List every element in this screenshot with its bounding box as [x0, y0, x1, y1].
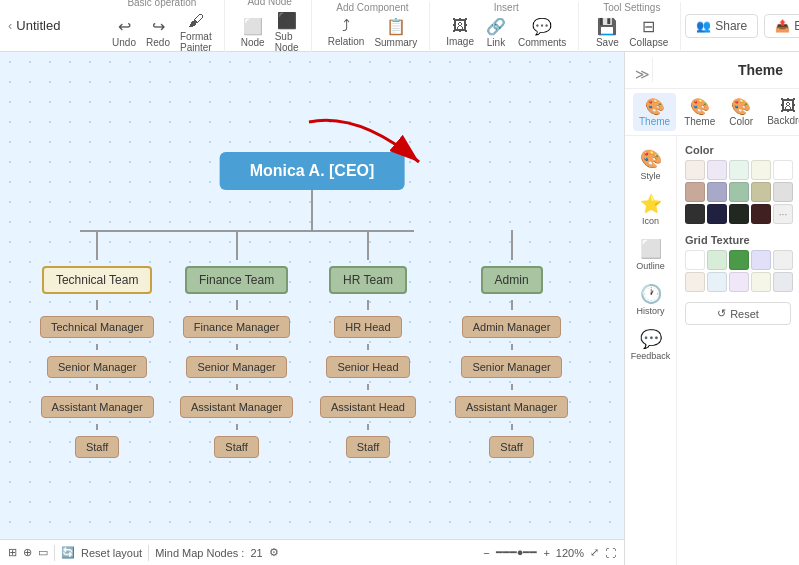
color-swatch-9[interactable] — [751, 182, 771, 202]
collapse-button[interactable]: ⊟Collapse — [625, 15, 672, 50]
grid-texture-swatches — [685, 250, 791, 292]
export-label: Export — [794, 19, 799, 33]
link-button[interactable]: 🔗Link — [480, 15, 512, 50]
node-button[interactable]: ⬜Node — [237, 15, 269, 50]
panel-title: Theme — [738, 62, 783, 78]
fullscreen-icon[interactable]: ⛶ — [605, 547, 616, 559]
admin-team-node[interactable]: Admin — [481, 266, 543, 294]
panel-expand-button[interactable]: ≫ — [633, 58, 653, 82]
reset-layout-btn[interactable]: 🔄 — [61, 546, 75, 559]
statusbar-icon-shape[interactable]: ▭ — [38, 546, 48, 559]
admin-senior-manager-node[interactable]: Senior Manager — [461, 356, 561, 378]
panel-content-area: Color ··· — [677, 136, 799, 565]
statusbar: ⊞ ⊕ ▭ 🔄 Reset layout Mind Map Nodes : 21… — [0, 539, 624, 565]
add-component-label: Add Component — [336, 2, 408, 13]
tab-backdrop[interactable]: 🖼 Backdrop — [761, 93, 799, 131]
share-icon: 👥 — [696, 19, 711, 33]
team-col-hr: HR Team HR Head Senior Head Assistant He… — [320, 230, 416, 458]
insert-label: Insert — [494, 2, 519, 13]
outline-icon-btn[interactable]: ⬜ Outline — [628, 234, 674, 275]
color-swatch-13[interactable] — [729, 204, 749, 224]
admin-staff-node[interactable]: Staff — [489, 436, 533, 458]
feedback-icon-btn[interactable]: 💬 Feedback — [628, 324, 674, 365]
color-swatch-1[interactable] — [685, 160, 705, 180]
grid-swatch-5[interactable] — [773, 250, 793, 270]
save-button[interactable]: 💾Save — [591, 15, 623, 50]
image-button[interactable]: 🖼Image — [442, 15, 478, 49]
toolbar-right: 👥 Share 📤 Export — [685, 14, 799, 38]
summary-button[interactable]: 📋Summary — [370, 15, 421, 50]
tab-color[interactable]: 🎨 Color — [723, 93, 759, 131]
sub-node-button[interactable]: ⬛Sub Node — [271, 9, 303, 55]
statusbar-icon-grid[interactable]: ⊞ — [8, 546, 17, 559]
grid-swatch-10[interactable] — [773, 272, 793, 292]
finance-staff-node[interactable]: Staff — [214, 436, 258, 458]
technical-staff-node[interactable]: Staff — [75, 436, 119, 458]
admin-manager-node[interactable]: Admin Manager — [462, 316, 562, 338]
color-swatch-10[interactable] — [773, 182, 793, 202]
hr-staff-node[interactable]: Staff — [346, 436, 390, 458]
technical-senior-manager-node[interactable]: Senior Manager — [47, 356, 147, 378]
zoom-slider[interactable]: ━━━●━━ — [496, 546, 538, 559]
grid-swatch-9[interactable] — [751, 272, 771, 292]
finance-team-node[interactable]: Finance Team — [185, 266, 288, 294]
tab-theme[interactable]: 🎨 Theme — [633, 93, 676, 131]
relation-button[interactable]: ⤴Relation — [324, 15, 369, 49]
hr-head-node[interactable]: HR Head — [334, 316, 401, 338]
color-swatch-7[interactable] — [707, 182, 727, 202]
color-swatch-3[interactable] — [729, 160, 749, 180]
redo-button[interactable]: ↪Redo — [142, 15, 174, 50]
finance-senior-manager-node[interactable]: Senior Manager — [186, 356, 286, 378]
color-swatch-11[interactable] — [685, 204, 705, 224]
admin-assistant-manager-node[interactable]: Assistant Manager — [455, 396, 568, 418]
color-swatch-6[interactable] — [685, 182, 705, 202]
zoom-out-btn[interactable]: − — [483, 547, 489, 559]
technical-team-node[interactable]: Technical Team — [42, 266, 153, 294]
color-swatch-8[interactable] — [729, 182, 749, 202]
finance-assistant-manager-node[interactable]: Assistant Manager — [180, 396, 293, 418]
fit-icon[interactable]: ⤢ — [590, 546, 599, 559]
tab-theme2[interactable]: 🎨 Theme — [678, 93, 721, 131]
canvas[interactable]: Monica A. [CEO] Technical Team Technical… — [0, 52, 624, 565]
technical-manager-node[interactable]: Technical Manager — [40, 316, 154, 338]
color-swatch-2[interactable] — [707, 160, 727, 180]
back-icon[interactable]: ‹ — [8, 18, 12, 33]
color-swatch-12[interactable] — [707, 204, 727, 224]
grid-swatch-2[interactable] — [707, 250, 727, 270]
color-swatch-5[interactable] — [773, 160, 793, 180]
grid-swatch-3[interactable] — [729, 250, 749, 270]
icon-icon-btn[interactable]: ⭐ Icon — [628, 189, 674, 230]
app-title: Untitled — [16, 18, 60, 33]
grid-swatch-6[interactable] — [685, 272, 705, 292]
color-swatch-14[interactable] — [751, 204, 771, 224]
export-button[interactable]: 📤 Export — [764, 14, 799, 38]
history-icon-btn[interactable]: 🕐 History — [628, 279, 674, 320]
grid-swatch-7[interactable] — [707, 272, 727, 292]
color-swatch-more[interactable]: ··· — [773, 204, 793, 224]
hr-team-node[interactable]: HR Team — [329, 266, 407, 294]
style-icon-btn[interactable]: 🎨 Style — [628, 144, 674, 185]
color-swatches: ··· — [685, 160, 791, 224]
grid-swatch-1[interactable] — [685, 250, 705, 270]
technical-assistant-manager-node[interactable]: Assistant Manager — [41, 396, 154, 418]
export-icon: 📤 — [775, 19, 790, 33]
insert-group: Insert 🖼Image 🔗Link 💬Comments — [434, 2, 579, 50]
share-button[interactable]: 👥 Share — [685, 14, 758, 38]
nodes-settings-icon[interactable]: ⚙ — [269, 546, 279, 559]
grid-swatch-4[interactable] — [751, 250, 771, 270]
format-painter-button[interactable]: 🖌Format Painter — [176, 10, 216, 55]
red-arrow — [299, 112, 429, 182]
hr-senior-head-node[interactable]: Senior Head — [326, 356, 409, 378]
comments-button[interactable]: 💬Comments — [514, 15, 570, 50]
statusbar-icon-add[interactable]: ⊕ — [23, 546, 32, 559]
add-node-label: Add Node — [247, 0, 291, 7]
zoom-level: 120% — [556, 547, 584, 559]
reset-button[interactable]: ↺ Reset — [685, 302, 791, 325]
reset-layout-label: Reset layout — [81, 547, 142, 559]
color-swatch-4[interactable] — [751, 160, 771, 180]
grid-swatch-8[interactable] — [729, 272, 749, 292]
finance-manager-node[interactable]: Finance Manager — [183, 316, 291, 338]
zoom-in-btn[interactable]: + — [543, 547, 549, 559]
undo-button[interactable]: ↩Undo — [108, 15, 140, 50]
hr-assistant-head-node[interactable]: Assistant Head — [320, 396, 416, 418]
